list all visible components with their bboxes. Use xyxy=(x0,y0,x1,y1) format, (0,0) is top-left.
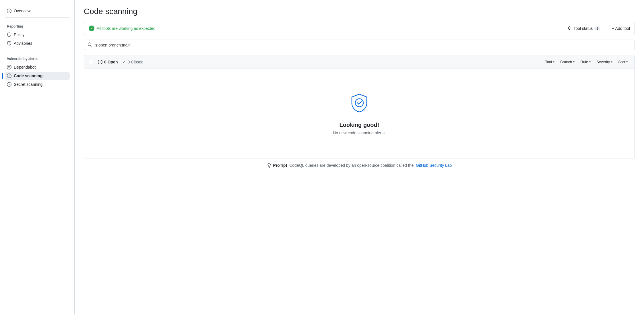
filter-sort-button[interactable]: Sort ▾ xyxy=(616,59,630,65)
tool-chevron-icon: ▾ xyxy=(553,60,554,63)
sidebar-divider-1 xyxy=(5,17,70,18)
main-content: Code scanning ✓ All tools are working as… xyxy=(75,0,644,314)
reporting-section-label: Reporting xyxy=(5,20,70,31)
empty-state-title: Looking good! xyxy=(340,122,379,128)
advisories-icon xyxy=(7,41,11,46)
filter-sort-label: Sort xyxy=(618,60,625,64)
open-count: 0 Open xyxy=(104,60,118,64)
tool-status-banner: ✓ All tools are working as expected Tool… xyxy=(84,22,635,35)
search-input[interactable]: is:open branch:main xyxy=(94,43,631,47)
empty-state-icon xyxy=(348,92,371,115)
rule-chevron-icon: ▾ xyxy=(589,60,591,63)
policy-icon xyxy=(7,32,11,37)
add-tool-label: + Add tool xyxy=(612,26,630,31)
tool-status-divider xyxy=(606,26,606,31)
select-all-checkbox[interactable] xyxy=(89,60,93,64)
sidebar-item-secret-scanning[interactable]: Secret scanning xyxy=(5,80,70,88)
protip-link[interactable]: GitHub Security Lab xyxy=(416,163,452,168)
tool-status-text: All tools are working as expected xyxy=(97,26,156,31)
empty-state-subtitle: No new code scanning alerts. xyxy=(333,131,386,135)
sidebar-item-policy[interactable]: Policy xyxy=(5,31,70,39)
overview-icon xyxy=(7,9,11,13)
alerts-container: 0 Open ✓ 0 Closed Tool ▾ Branch ▾ xyxy=(84,55,635,158)
tool-status-left: ✓ All tools are working as expected xyxy=(89,26,156,31)
closed-tab-icon: ✓ xyxy=(122,60,126,64)
select-all-checkbox-container xyxy=(89,60,93,64)
overview-label: Overview xyxy=(14,9,30,13)
filter-buttons: Tool ▾ Branch ▾ Rule ▾ Severity ▾ xyxy=(543,59,630,65)
tool-status-icon xyxy=(567,26,572,31)
branch-chevron-icon: ▾ xyxy=(573,60,575,63)
dependabot-icon xyxy=(7,65,11,69)
lightbulb-icon xyxy=(267,163,271,168)
advisories-label: Advisories xyxy=(14,41,32,46)
open-tab[interactable]: 0 Open xyxy=(98,60,118,64)
sidebar-item-dependabot[interactable]: Dependabot xyxy=(5,63,70,71)
search-bar: is:open branch:main xyxy=(84,40,635,50)
sidebar-item-code-scanning[interactable]: Code scanning xyxy=(5,72,70,80)
filter-rule-button[interactable]: Rule ▾ xyxy=(578,59,593,65)
protip-bold-label: ProTip! xyxy=(273,163,287,168)
green-check-icon: ✓ xyxy=(89,26,94,31)
tool-status-right: Tool status 1 + Add tool xyxy=(567,26,630,31)
code-scanning-icon xyxy=(7,73,11,78)
vulnerability-alerts-section-label: Vulnerability alerts xyxy=(5,52,70,63)
open-closed-tabs: 0 Open ✓ 0 Closed xyxy=(98,60,538,64)
filter-branch-label: Branch xyxy=(560,60,572,64)
filter-severity-button[interactable]: Severity ▾ xyxy=(594,59,615,65)
closed-count: 0 Closed xyxy=(127,60,143,64)
sidebar-item-advisories[interactable]: Advisories xyxy=(5,39,70,47)
tool-status-button[interactable]: Tool status 1 xyxy=(567,26,600,31)
filter-tool-label: Tool xyxy=(545,60,552,64)
dependabot-label: Dependabot xyxy=(14,65,36,69)
alerts-header: 0 Open ✓ 0 Closed Tool ▾ Branch ▾ xyxy=(84,55,635,69)
policy-label: Policy xyxy=(14,32,24,37)
secret-scanning-icon xyxy=(7,82,11,87)
tool-status-badge: 1 xyxy=(594,26,600,30)
sidebar-item-overview[interactable]: Overview xyxy=(5,7,70,15)
search-icon xyxy=(88,42,92,48)
protip-section: ProTip! CodeQL queries are developed by … xyxy=(84,158,635,172)
filter-branch-button[interactable]: Branch ▾ xyxy=(558,59,577,65)
empty-state: Looking good! No new code scanning alert… xyxy=(84,69,635,158)
closed-tab[interactable]: ✓ 0 Closed xyxy=(122,60,143,64)
filter-tool-button[interactable]: Tool ▾ xyxy=(543,59,557,65)
filter-rule-label: Rule xyxy=(580,60,588,64)
protip-label: ProTip! CodeQL queries are developed by … xyxy=(273,163,452,168)
page-title: Code scanning xyxy=(84,7,635,16)
code-scanning-label: Code scanning xyxy=(14,73,42,78)
tool-status-label: Tool status xyxy=(573,26,593,31)
secret-scanning-label: Secret scanning xyxy=(14,82,42,87)
sort-chevron-icon: ▾ xyxy=(626,60,628,63)
svg-point-0 xyxy=(355,99,363,107)
open-tab-icon xyxy=(98,60,102,64)
filter-severity-label: Severity xyxy=(596,60,610,64)
add-tool-button[interactable]: + Add tool xyxy=(612,26,630,31)
sidebar-divider-2 xyxy=(5,50,70,50)
protip-text: CodeQL queries are developed by an open-… xyxy=(289,163,414,168)
severity-chevron-icon: ▾ xyxy=(611,60,612,63)
sidebar: Overview Reporting Policy Advisories Vul… xyxy=(0,0,75,314)
